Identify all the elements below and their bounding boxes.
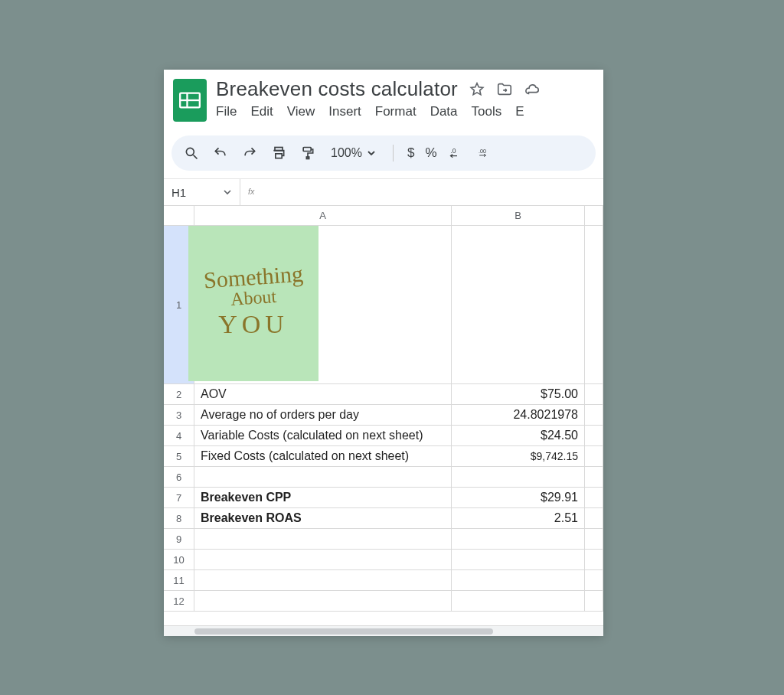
horizontal-scrollbar[interactable]: [164, 625, 603, 636]
name-box[interactable]: H1: [164, 179, 240, 205]
sheets-product-icon[interactable]: [173, 79, 207, 122]
row-number[interactable]: 9: [164, 529, 194, 549]
cell-A11[interactable]: [194, 570, 452, 590]
cell-A10[interactable]: [194, 550, 452, 569]
cell-B7[interactable]: $29.91: [452, 488, 585, 507]
document-title[interactable]: Breakeven costs calculator: [216, 77, 458, 101]
chevron-down-icon: [223, 188, 232, 197]
format-percent-button[interactable]: %: [425, 145, 436, 161]
row-1: 1 Something About YOU: [164, 226, 603, 384]
cell-C8[interactable]: [585, 508, 603, 528]
menu-insert[interactable]: Insert: [328, 104, 361, 119]
spreadsheet-grid[interactable]: A B 1 Something About YOU: [164, 206, 603, 636]
cell-A1[interactable]: Something About YOU: [194, 226, 452, 383]
cell-C12[interactable]: [585, 591, 603, 611]
row-number[interactable]: 7: [164, 488, 194, 507]
cell-B6[interactable]: [452, 467, 585, 487]
cell-C11[interactable]: [585, 570, 603, 590]
cell-A4[interactable]: Variable Costs (calculated on next sheet…: [194, 426, 452, 445]
cell-B5[interactable]: $9,742.15: [452, 446, 585, 466]
menu-data[interactable]: Data: [430, 104, 458, 119]
row-number[interactable]: 12: [164, 591, 194, 611]
zoom-value: 100%: [331, 146, 362, 160]
move-to-folder-icon[interactable]: [496, 81, 513, 98]
menu-view[interactable]: View: [287, 104, 315, 119]
formula-bar-row: H1 fx: [164, 178, 603, 206]
cell-C3[interactable]: [585, 405, 603, 425]
cell-C10[interactable]: [585, 550, 603, 569]
cell-B1[interactable]: [452, 226, 585, 383]
cell-A6[interactable]: [194, 467, 452, 487]
row-number[interactable]: 6: [164, 467, 194, 487]
search-icon[interactable]: [182, 144, 201, 162]
rows-container: 1 Something About YOU 2 AOV $75.00: [164, 226, 603, 625]
toolbar: 100% $ % .0 .00: [172, 135, 596, 171]
scrollbar-thumb[interactable]: [194, 628, 493, 635]
increase-decimal-icon[interactable]: .00: [477, 144, 495, 162]
cell-A8[interactable]: Breakeven ROAS: [194, 508, 452, 528]
logo-line-2: About: [230, 287, 277, 308]
format-currency-button[interactable]: $: [407, 145, 414, 161]
cell-A7[interactable]: Breakeven CPP: [194, 488, 452, 507]
row-3: 3 Average no of orders per day 24.802197…: [164, 405, 603, 426]
toolbar-divider: [393, 145, 394, 162]
print-icon[interactable]: [270, 144, 288, 162]
select-all-corner[interactable]: [164, 206, 194, 225]
row-6: 6: [164, 467, 603, 488]
row-number[interactable]: 8: [164, 508, 194, 528]
cell-C7[interactable]: [585, 488, 603, 507]
cell-B4[interactable]: $24.50: [452, 426, 585, 445]
menu-tools[interactable]: Tools: [472, 104, 502, 119]
row-number[interactable]: 11: [164, 570, 194, 590]
cell-C6[interactable]: [585, 467, 603, 487]
star-icon[interactable]: [469, 81, 485, 98]
row-9: 9: [164, 529, 603, 550]
menu-format[interactable]: Format: [375, 104, 416, 119]
cell-A2[interactable]: AOV: [194, 384, 452, 404]
menu-file[interactable]: File: [216, 104, 237, 119]
row-number[interactable]: 3: [164, 405, 194, 425]
title-bar: Breakeven costs calculator File Edit Vie…: [164, 70, 603, 125]
cell-C1[interactable]: [585, 226, 603, 383]
formula-bar[interactable]: fx: [240, 186, 268, 198]
cloud-saved-icon[interactable]: [524, 81, 541, 98]
row-4: 4 Variable Costs (calculated on next she…: [164, 426, 603, 446]
paint-format-icon[interactable]: [299, 144, 317, 162]
cell-A5[interactable]: Fixed Costs (calculated on next sheet): [194, 446, 452, 466]
row-11: 11: [164, 570, 603, 591]
cell-A9[interactable]: [194, 529, 452, 549]
row-number[interactable]: 4: [164, 426, 194, 445]
row-number[interactable]: 10: [164, 550, 194, 569]
cell-B8[interactable]: 2.51: [452, 508, 585, 528]
svg-rect-6: [276, 154, 282, 158]
cell-C4[interactable]: [585, 426, 603, 445]
column-header-A[interactable]: A: [194, 206, 452, 225]
cell-C5[interactable]: [585, 446, 603, 466]
row-number[interactable]: 2: [164, 384, 194, 404]
cell-C2[interactable]: [585, 384, 603, 404]
cell-A3[interactable]: Average no of orders per day: [194, 405, 452, 425]
logo-line-3: YOU: [218, 310, 289, 339]
menu-edit[interactable]: Edit: [250, 104, 273, 119]
undo-icon[interactable]: [211, 144, 230, 162]
cell-C9[interactable]: [585, 529, 603, 549]
column-header-B[interactable]: B: [452, 206, 585, 225]
cell-B12[interactable]: [452, 591, 585, 611]
cell-B11[interactable]: [452, 570, 585, 590]
cell-B10[interactable]: [452, 550, 585, 569]
cell-B2[interactable]: $75.00: [452, 384, 585, 404]
svg-rect-7: [303, 148, 311, 152]
decrease-decimal-icon[interactable]: .0: [448, 144, 466, 162]
row-5: 5 Fixed Costs (calculated on next sheet)…: [164, 446, 603, 467]
cell-A12[interactable]: [194, 591, 452, 611]
redo-icon[interactable]: [240, 144, 259, 162]
zoom-picker[interactable]: 100%: [331, 146, 376, 160]
menu-extensions-cut[interactable]: E: [515, 104, 524, 119]
cell-B9[interactable]: [452, 529, 585, 549]
row-7: 7 Breakeven CPP $29.91: [164, 488, 603, 508]
cell-B3[interactable]: 24.8021978: [452, 405, 585, 425]
row-12: 12: [164, 591, 603, 612]
column-headers: A B: [164, 206, 603, 226]
row-number[interactable]: 5: [164, 446, 194, 466]
brand-logo-image: Something About YOU: [188, 226, 318, 381]
